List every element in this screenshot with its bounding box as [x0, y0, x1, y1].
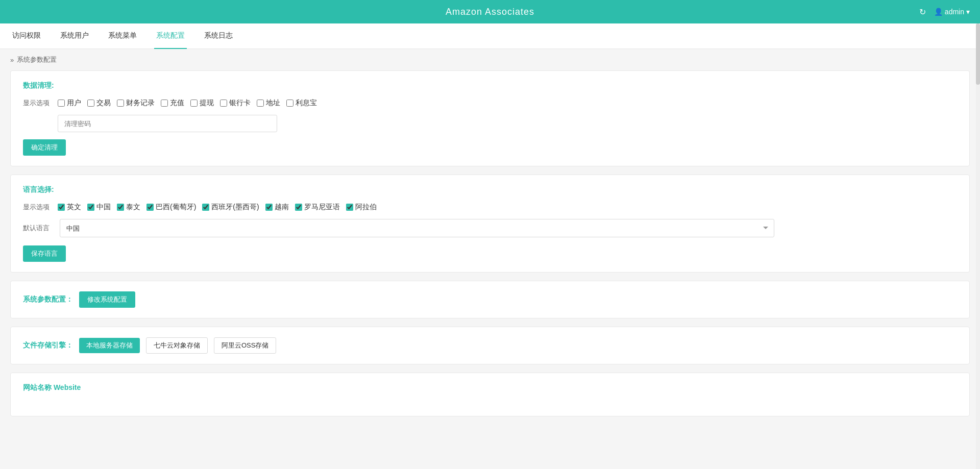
- scrollbar[interactable]: [976, 23, 980, 435]
- lang-thai-label: 泰文: [126, 203, 140, 212]
- website-title: 网站名称 Website: [23, 383, 957, 392]
- checkbox-bankcard-input[interactable]: [220, 100, 227, 107]
- default-lang-select[interactable]: 中国 英文 泰文 巴西(葡萄牙) 西班牙(墨西哥) 越南 罗马尼亚语 阿拉伯: [60, 219, 774, 237]
- password-input[interactable]: [58, 115, 277, 132]
- checkbox-withdraw[interactable]: 提现: [190, 98, 214, 108]
- lang-spanish[interactable]: 西班牙(墨西哥): [202, 203, 259, 212]
- lang-cn[interactable]: 中国: [87, 203, 111, 212]
- language-options-row: 显示选项 英文 中国 泰文 巴西(葡萄牙): [23, 203, 957, 212]
- checkbox-address-label: 地址: [266, 98, 280, 108]
- lang-vietnam-label: 越南: [275, 203, 289, 212]
- checkbox-interest-label: 利息宝: [296, 98, 317, 108]
- lang-cn-label: 中国: [96, 203, 111, 212]
- lang-spanish-label: 西班牙(墨西哥): [211, 203, 259, 212]
- checkbox-user-input[interactable]: [58, 100, 65, 107]
- language-title: 语言选择:: [23, 185, 957, 194]
- data-clear-checkboxes: 用户 交易 财务记录 充值 提现: [58, 98, 317, 108]
- system-config-row: 系统参数配置： 修改系统配置: [23, 291, 957, 308]
- lang-brazil[interactable]: 巴西(葡萄牙): [146, 203, 196, 212]
- default-lang-row: 默认语言 中国 英文 泰文 巴西(葡萄牙) 西班牙(墨西哥) 越南 罗马尼亚语 …: [23, 219, 957, 237]
- checkbox-finance-label: 财务记录: [126, 98, 155, 108]
- lang-arabic-label: 阿拉伯: [355, 203, 377, 212]
- checkbox-finance[interactable]: 财务记录: [117, 98, 155, 108]
- lang-brazil-label: 巴西(葡萄牙): [156, 203, 196, 212]
- lang-thai-input[interactable]: [117, 204, 124, 211]
- scrollbar-thumb[interactable]: [976, 23, 980, 85]
- lang-brazil-input[interactable]: [146, 204, 154, 211]
- nav-item-logs[interactable]: 系统日志: [202, 23, 235, 49]
- breadcrumb-text: 系统参数配置: [17, 55, 57, 64]
- qiniu-storage-button[interactable]: 七牛云对象存储: [146, 337, 208, 354]
- checkbox-finance-input[interactable]: [117, 100, 124, 107]
- checkbox-user-label: 用户: [67, 98, 81, 108]
- app-title: Amazon Associates: [446, 7, 534, 17]
- system-config-card: 系统参数配置： 修改系统配置: [10, 281, 970, 318]
- data-clear-card: 数据清理: 显示选项 用户 交易 财务记录 充值: [10, 70, 970, 166]
- breadcrumb: » 系统参数配置: [0, 49, 980, 70]
- nav-item-access[interactable]: 访问权限: [10, 23, 43, 49]
- display-options-label: 显示选项: [23, 98, 54, 108]
- breadcrumb-arrow: »: [10, 56, 14, 64]
- checkbox-interest[interactable]: 利息宝: [286, 98, 317, 108]
- aliyun-storage-button[interactable]: 阿里云OSS存储: [214, 337, 276, 354]
- lang-en-input[interactable]: [58, 204, 65, 211]
- language-display-label: 显示选项: [23, 203, 54, 212]
- lang-cn-input[interactable]: [87, 204, 94, 211]
- modify-system-config-button[interactable]: 修改系统配置: [79, 291, 135, 308]
- lang-en[interactable]: 英文: [58, 203, 81, 212]
- default-lang-label: 默认语言: [23, 224, 54, 233]
- lang-romanian-label: 罗马尼亚语: [304, 203, 340, 212]
- header: Amazon Associates ↻ 👤 admin ▾: [0, 0, 980, 23]
- save-language-button[interactable]: 保存语言: [23, 245, 66, 262]
- password-row: [23, 115, 957, 132]
- language-card: 语言选择: 显示选项 英文 中国 泰文 巴西(葡萄牙): [10, 175, 970, 273]
- file-storage-row: 文件存储引擎： 本地服务器存储 七牛云对象存储 阿里云OSS存储: [23, 337, 957, 354]
- nav-item-menu[interactable]: 系统菜单: [106, 23, 139, 49]
- checkbox-withdraw-input[interactable]: [190, 100, 198, 107]
- nav-bar: 访问权限 系统用户 系统菜单 系统配置 系统日志: [0, 23, 980, 49]
- file-storage-card: 文件存储引擎： 本地服务器存储 七牛云对象存储 阿里云OSS存储: [10, 327, 970, 364]
- file-storage-title: 文件存储引擎：: [23, 341, 73, 350]
- lang-romanian-input[interactable]: [295, 204, 302, 211]
- main-content: 数据清理: 显示选项 用户 交易 财务记录 充值: [0, 70, 980, 435]
- data-clear-options-row: 显示选项 用户 交易 财务记录 充值: [23, 98, 957, 108]
- nav-item-config[interactable]: 系统配置: [154, 23, 187, 49]
- checkbox-interest-input[interactable]: [286, 100, 293, 107]
- lang-spanish-input[interactable]: [202, 204, 209, 211]
- data-clear-title: 数据清理:: [23, 81, 957, 90]
- lang-vietnam[interactable]: 越南: [265, 203, 289, 212]
- local-storage-button[interactable]: 本地服务器存储: [79, 338, 140, 353]
- user-menu[interactable]: 👤 admin ▾: [934, 8, 970, 16]
- checkbox-recharge-input[interactable]: [161, 100, 168, 107]
- lang-vietnam-input[interactable]: [265, 204, 273, 211]
- lang-en-label: 英文: [67, 203, 81, 212]
- checkbox-recharge[interactable]: 充值: [161, 98, 184, 108]
- checkbox-trade-input[interactable]: [87, 100, 94, 107]
- nav-item-users[interactable]: 系统用户: [58, 23, 91, 49]
- checkbox-trade-label: 交易: [96, 98, 111, 108]
- checkbox-address[interactable]: 地址: [257, 98, 280, 108]
- checkbox-bankcard[interactable]: 银行卡: [220, 98, 251, 108]
- lang-thai[interactable]: 泰文: [117, 203, 140, 212]
- website-card: 网站名称 Website: [10, 373, 970, 416]
- language-checkboxes: 英文 中国 泰文 巴西(葡萄牙) 西班牙(墨西哥): [58, 203, 377, 212]
- user-dropdown-icon: ▾: [966, 8, 970, 16]
- lang-arabic[interactable]: 阿拉伯: [346, 203, 377, 212]
- header-right: ↻ 👤 admin ▾: [919, 7, 970, 17]
- lang-romanian[interactable]: 罗马尼亚语: [295, 203, 340, 212]
- user-name: admin: [945, 8, 964, 16]
- checkbox-recharge-label: 充值: [170, 98, 184, 108]
- checkbox-user[interactable]: 用户: [58, 98, 81, 108]
- system-config-title: 系统参数配置：: [23, 295, 73, 304]
- checkbox-address-input[interactable]: [257, 100, 264, 107]
- lang-arabic-input[interactable]: [346, 204, 353, 211]
- refresh-icon[interactable]: ↻: [919, 7, 926, 17]
- confirm-clear-button[interactable]: 确定清理: [23, 139, 66, 156]
- checkbox-bankcard-label: 银行卡: [229, 98, 251, 108]
- user-icon: 👤: [934, 8, 943, 16]
- checkbox-withdraw-label: 提现: [200, 98, 214, 108]
- checkbox-trade[interactable]: 交易: [87, 98, 111, 108]
